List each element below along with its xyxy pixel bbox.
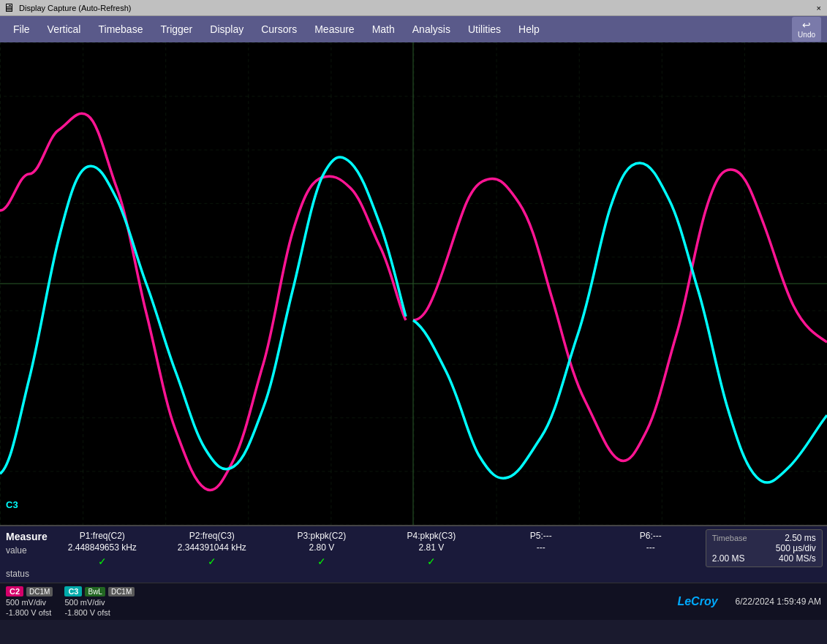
status-area: Measure value status P1:freq(C2)2.448849… (0, 525, 827, 620)
measure-col-3-value: 2.80 V (270, 542, 374, 553)
menu-file[interactable]: File (6, 20, 37, 38)
ch3-vdiv: 500 mV/div (64, 598, 135, 607)
measure-col-1-header: P1:freq(C2) (50, 531, 154, 541)
menubar: File Vertical Timebase Trigger Display C… (0, 16, 827, 42)
ch3-dc-tag: DC1M (108, 587, 135, 596)
measure-col-2-header: P2:freq(C3) (160, 531, 264, 541)
menu-timebase[interactable]: Timebase (91, 20, 150, 38)
menu-vertical[interactable]: Vertical (40, 20, 88, 38)
measure-columns: P1:freq(C2)2.448849653 kHz✓P2:freq(C3)2.… (48, 529, 706, 580)
measure-left: Measure value status (6, 529, 48, 580)
title-icon: 🖥 (3, 1, 15, 15)
timebase-value: 2.50 ms (785, 533, 816, 543)
measure-col-6-header: P6:--- (599, 531, 703, 541)
waveforms (0, 42, 827, 525)
channel-bottom-row: C2 DC1M 500 mV/div -1.800 V ofst C3 BwL … (0, 583, 827, 620)
measure-col-4-value: 2.81 V (379, 542, 483, 553)
lecroy-brand: LeCroy (671, 594, 723, 610)
measure-col-2-value: 2.344391044 kHz (160, 542, 264, 553)
measure-col-1-status: ✓ (50, 556, 154, 567)
ch2-offset: -1.800 V ofst (6, 608, 53, 617)
datetime: 6/22/2024 1:59:49 AM (736, 596, 821, 607)
measure-col-3-header: P3:pkpk(C2) (270, 531, 374, 541)
measure-col-1-value: 2.448849653 kHz (50, 542, 154, 553)
menu-display[interactable]: Display (203, 20, 251, 38)
titlebar-text: Display Capture (Auto-Refresh) (19, 4, 814, 12)
ch2-tag: C2 (6, 586, 23, 596)
measure-col-2: P2:freq(C3)2.344391044 kHz✓ (157, 529, 267, 580)
menu-cursors[interactable]: Cursors (254, 20, 304, 38)
measure-title: Measure (6, 531, 48, 542)
ch3-bwl-tag: BwL (85, 587, 105, 596)
right-panel: Timebase 2.50 ms 500 µs/div 2.00 MS 400 … (706, 529, 827, 580)
measure-row: Measure value status P1:freq(C2)2.448849… (0, 526, 827, 583)
measure-col-3-status: ✓ (270, 556, 374, 567)
measure-col-1: P1:freq(C2)2.448849653 kHz✓ (48, 529, 157, 580)
titlebar: 🖥 Display Capture (Auto-Refresh) × (0, 0, 827, 16)
menu-analysis[interactable]: Analysis (405, 20, 458, 38)
c3-channel-label: C3 (6, 499, 18, 510)
measure-col-6-value: --- (599, 542, 703, 553)
ch3-offset: -1.800 V ofst (64, 608, 135, 617)
measure-col-5-header: P5:--- (489, 531, 593, 541)
ch3-tag: C3 (64, 586, 82, 596)
measure-col-5: P5:------ (486, 529, 596, 580)
ch2-block: C2 DC1M 500 mV/div -1.800 V ofst (6, 586, 53, 617)
menu-trigger[interactable]: Trigger (153, 20, 200, 38)
measure-col-6: P6:------ (596, 529, 706, 580)
oscilloscope-display: C3 (0, 42, 827, 525)
menu-measure[interactable]: Measure (307, 20, 361, 38)
timebase-vdiv: 500 µs/div (776, 543, 816, 553)
measure-col-4-status: ✓ (379, 556, 483, 567)
measure-col-2-status: ✓ (160, 556, 264, 567)
timebase-samples: 2.00 MS (712, 553, 745, 564)
measure-col-3: P3:pkpk(C2)2.80 V✓ (267, 529, 377, 580)
timebase-samplerate: 400 MS/s (779, 553, 816, 564)
timebase-label: Timebase (712, 534, 747, 542)
timebase-panel: Timebase 2.50 ms 500 µs/div 2.00 MS 400 … (706, 529, 823, 567)
measure-col-4-header: P4:pkpk(C3) (379, 531, 483, 541)
menu-utilities[interactable]: Utilities (461, 20, 508, 38)
undo-button[interactable]: ↩ Undo (792, 17, 821, 42)
close-icon[interactable]: × (814, 4, 824, 12)
measure-value-label: value (6, 545, 48, 556)
measure-col-5-value: --- (489, 542, 593, 553)
ch2-vdiv: 500 mV/div (6, 598, 53, 607)
menu-help[interactable]: Help (511, 20, 547, 38)
ch2-dc-tag: DC1M (26, 587, 53, 596)
measure-status-label: status (6, 569, 48, 579)
menu-math[interactable]: Math (365, 20, 402, 38)
measure-col-4: P4:pkpk(C3)2.81 V✓ (377, 529, 486, 580)
ch3-block: C3 BwL DC1M 500 mV/div -1.800 V ofst (64, 586, 135, 617)
